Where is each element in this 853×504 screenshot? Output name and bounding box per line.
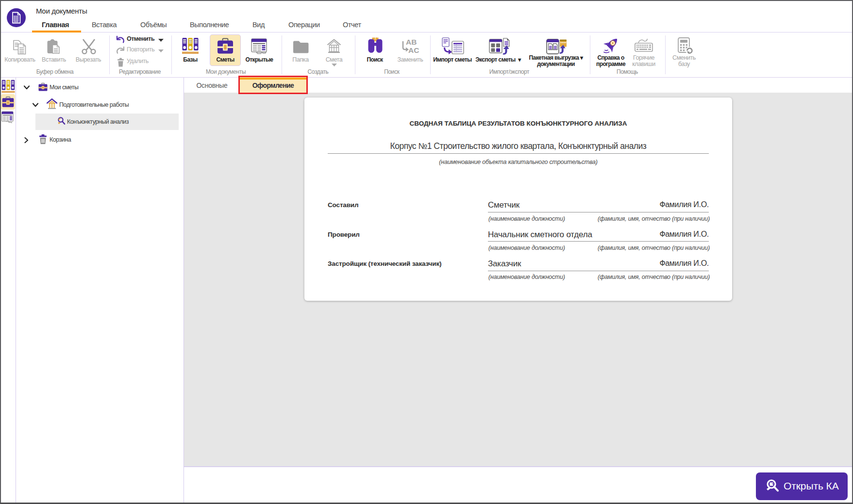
svg-text:AC: AC bbox=[408, 46, 419, 54]
svg-text:AB: AB bbox=[406, 38, 417, 46]
